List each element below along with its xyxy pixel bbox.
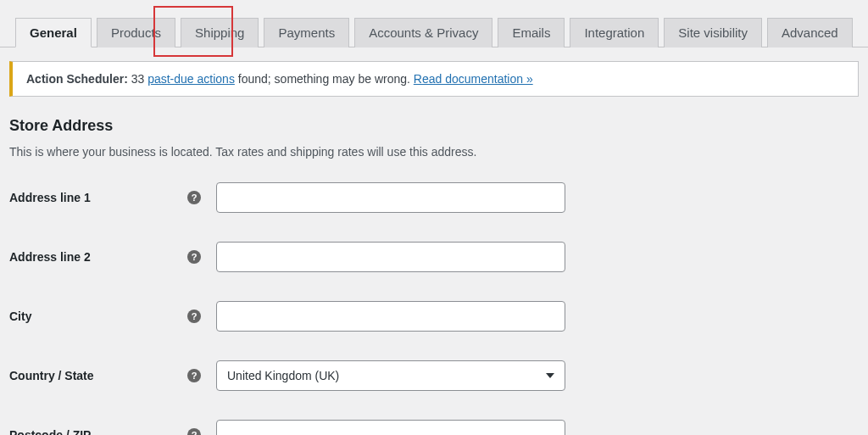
tab-accounts-privacy[interactable]: Accounts & Privacy — [354, 18, 492, 47]
tab-products[interactable]: Products — [97, 18, 175, 47]
select-country[interactable]: United Kingdom (UK) — [216, 360, 565, 391]
select-country-value: United Kingdom (UK) — [227, 369, 339, 382]
input-city[interactable] — [216, 301, 565, 332]
tab-payments[interactable]: Payments — [264, 18, 349, 47]
row-postcode: Postcode / ZIP ? — [9, 420, 859, 435]
label-postcode: Postcode / ZIP — [9, 428, 187, 435]
help-icon[interactable]: ? — [187, 310, 201, 323]
tab-integration[interactable]: Integration — [570, 18, 659, 47]
label-city: City — [9, 310, 187, 323]
notice-link-past-due[interactable]: past-due actions — [147, 72, 235, 86]
notice-link-docs[interactable]: Read documentation » — [414, 72, 533, 86]
input-postcode[interactable] — [216, 420, 565, 435]
settings-tabs: General Products Shipping Payments Accou… — [0, 0, 868, 47]
help-icon[interactable]: ? — [187, 369, 201, 382]
action-scheduler-notice: Action Scheduler: 33 past-due actions fo… — [9, 61, 859, 97]
section-description: This is where your business is located. … — [9, 145, 859, 159]
tab-advanced[interactable]: Advanced — [767, 18, 853, 47]
help-icon[interactable]: ? — [187, 191, 201, 204]
label-address1: Address line 1 — [9, 191, 187, 204]
help-icon[interactable]: ? — [187, 428, 201, 435]
tab-site-visibility[interactable]: Site visibility — [664, 18, 762, 47]
input-address2[interactable] — [216, 242, 565, 272]
settings-content: Store Address This is where your busines… — [0, 97, 868, 435]
tab-general[interactable]: General — [15, 18, 92, 47]
help-icon[interactable]: ? — [187, 250, 201, 264]
row-address2: Address line 2 ? — [9, 242, 859, 272]
chevron-down-icon — [546, 373, 554, 378]
label-country: Country / State — [9, 369, 187, 382]
row-country: Country / State ? United Kingdom (UK) — [9, 360, 859, 391]
tab-shipping[interactable]: Shipping — [181, 18, 259, 47]
row-address1: Address line 1 ? — [9, 182, 859, 213]
label-address2: Address line 2 — [9, 250, 187, 264]
row-city: City ? — [9, 301, 859, 332]
input-address1[interactable] — [216, 182, 565, 213]
tab-emails[interactable]: Emails — [498, 18, 565, 47]
section-title: Store Address — [9, 117, 859, 135]
